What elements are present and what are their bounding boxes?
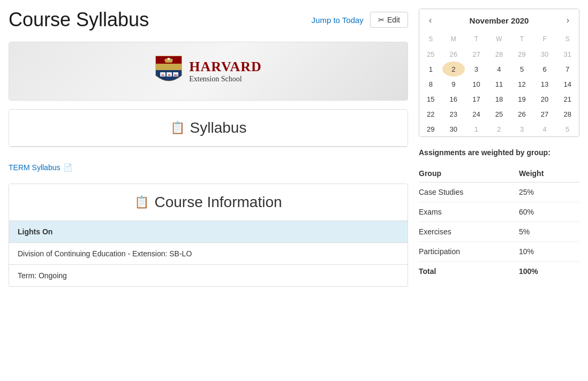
calendar-day[interactable]: 18 [488, 92, 511, 106]
course-info-icon: 📋 [134, 195, 149, 209]
calendar-day[interactable]: 27 [533, 106, 556, 121]
calendar-day[interactable]: 25 [419, 47, 442, 62]
calendar-day[interactable]: 28 [556, 106, 579, 121]
calendar-day[interactable]: 3 [465, 62, 488, 77]
calendar-next-button[interactable]: › [563, 14, 572, 26]
harvard-logo: VE RI TAS HARVARD Extension School [155, 55, 262, 87]
edit-button[interactable]: ✂ Edit [370, 12, 408, 28]
weights-row: Exercises5% [419, 222, 579, 241]
calendar-day[interactable]: 12 [510, 77, 533, 92]
calendar-day[interactable]: 5 [510, 62, 533, 77]
banner-section: VE RI TAS HARVARD Extension School [9, 42, 408, 101]
calendar-day[interactable]: 6 [533, 62, 556, 77]
weights-section: Assignments are weighted by group: Group… [419, 148, 579, 281]
calendar-day[interactable]: 5 [556, 121, 579, 136]
course-info-row: Lights On [9, 221, 408, 243]
calendar-day[interactable]: 17 [465, 92, 488, 106]
weights-group-cell: Exams [419, 202, 508, 222]
calendar-day[interactable]: 30 [442, 121, 465, 136]
syllabus-section: 📋 Syllabus [9, 109, 408, 147]
calendar-day[interactable]: 11 [488, 77, 511, 92]
calendar-day[interactable]: 8 [419, 77, 442, 92]
calendar-day[interactable]: 10 [465, 77, 488, 92]
calendar-day[interactable]: 2 [442, 62, 465, 77]
calendar-day[interactable]: 26 [442, 47, 465, 62]
harvard-banner: VE RI TAS HARVARD Extension School [9, 42, 408, 100]
svg-text:RI: RI [168, 74, 170, 77]
calendar-day[interactable]: 7 [556, 62, 579, 77]
calendar-day[interactable]: 29 [510, 47, 533, 62]
calendar-day[interactable]: 24 [465, 106, 488, 121]
weights-col-weight: Weight [508, 165, 579, 182]
syllabus-header: 📋 Syllabus [9, 110, 408, 147]
weights-weight-cell: 10% [508, 241, 579, 261]
weights-group-cell: Case Studies [419, 182, 508, 202]
svg-text:TAS: TAS [174, 74, 178, 77]
course-info-cell: Lights On [9, 221, 408, 243]
calendar-day[interactable]: 14 [556, 77, 579, 92]
calendar-day[interactable]: 4 [488, 62, 511, 77]
weights-col-group: Group [419, 165, 508, 182]
course-info-row: Division of Continuing Education - Exten… [9, 243, 408, 265]
calendar-day[interactable]: 9 [442, 77, 465, 92]
edit-button-label: Edit [387, 16, 400, 24]
calendar-day[interactable]: 16 [442, 92, 465, 106]
calendar-widget: ‹ November 2020 › S M T W T F S [419, 9, 579, 137]
calendar-day[interactable]: 2 [488, 121, 511, 136]
calendar-day[interactable]: 27 [465, 47, 488, 62]
calendar-day[interactable]: 19 [510, 92, 533, 106]
term-syllabus-label: TERM Syllabus [9, 163, 60, 172]
calendar-day[interactable]: 3 [510, 121, 533, 136]
page-title: Course Syllabus [9, 9, 305, 31]
syllabus-title: 📋 Syllabus [170, 119, 247, 136]
term-syllabus-link[interactable]: TERM Syllabus 📄 [9, 158, 408, 177]
weights-title: Assignments are weighted by group: [419, 148, 579, 158]
course-info-title: 📋 Course Information [134, 194, 282, 211]
calendar-day[interactable]: 29 [419, 121, 442, 136]
calendar-day[interactable]: 23 [442, 106, 465, 121]
course-info-cell: Term: Ongoing [9, 265, 408, 287]
calendar-day[interactable]: 28 [488, 47, 511, 62]
syllabus-icon: 📋 [170, 121, 185, 135]
right-column: ‹ November 2020 › S M T W T F S [419, 9, 579, 287]
harvard-text: HARVARD Extension School [189, 59, 262, 83]
page-header: Course Syllabus Jump to Today ✂ Edit [9, 9, 408, 31]
weights-weight-cell: 100% [508, 261, 579, 281]
course-info-section: 📋 Course Information Lights OnDivision o… [9, 184, 408, 287]
weights-row: Participation10% [419, 241, 579, 261]
calendar-month-year: November 2020 [470, 16, 529, 25]
harvard-extension: Extension School [189, 75, 262, 83]
calendar-day[interactable]: 20 [533, 92, 556, 106]
weights-group-cell: Total [419, 261, 508, 281]
calendar-prev-button[interactable]: ‹ [426, 14, 435, 26]
calendar-day[interactable]: 13 [533, 77, 556, 92]
calendar-day[interactable]: 25 [488, 106, 511, 121]
weights-weight-cell: 60% [508, 202, 579, 222]
course-info-title-text: Course Information [154, 194, 282, 211]
calendar-day[interactable]: 26 [510, 106, 533, 121]
syllabus-title-text: Syllabus [190, 119, 247, 136]
calendar-day[interactable]: 21 [556, 92, 579, 106]
harvard-shield-icon: VE RI TAS [155, 55, 183, 87]
weights-table: Group Weight Case Studies25%Exams60%Exer… [419, 165, 579, 281]
calendar-day[interactable]: 22 [419, 106, 442, 121]
svg-point-6 [168, 58, 170, 60]
weights-row: Case Studies25% [419, 182, 579, 202]
weights-weight-cell: 5% [508, 222, 579, 241]
weights-weight-cell: 25% [508, 182, 579, 202]
calendar-day[interactable]: 31 [556, 47, 579, 62]
course-info-cell: Division of Continuing Education - Exten… [9, 243, 408, 265]
calendar-grid: S M T W T F S 25262728293031123456789101… [419, 32, 579, 136]
jump-to-today-link[interactable]: Jump to Today [312, 16, 364, 25]
calendar-day[interactable]: 1 [419, 62, 442, 77]
harvard-name: HARVARD [189, 59, 262, 75]
calendar-day[interactable]: 1 [465, 121, 488, 136]
course-info-table: Lights OnDivision of Continuing Educatio… [9, 221, 408, 286]
scissors-icon: ✂ [378, 16, 385, 24]
course-info-row: Term: Ongoing [9, 265, 408, 287]
calendar-day[interactable]: 4 [533, 121, 556, 136]
weights-group-cell: Exercises [419, 222, 508, 241]
term-syllabus-doc-icon: 📄 [63, 163, 72, 172]
calendar-day[interactable]: 30 [533, 47, 556, 62]
calendar-day[interactable]: 15 [419, 92, 442, 106]
